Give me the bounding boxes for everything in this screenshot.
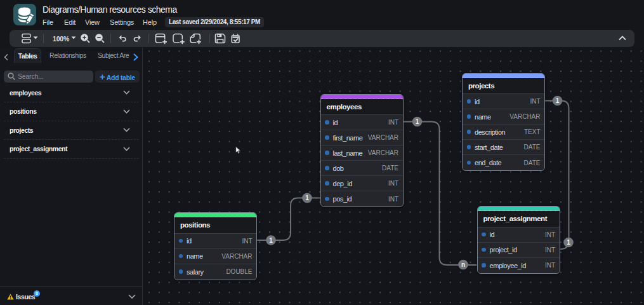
svg-text:1: 1	[556, 97, 560, 104]
svg-text:1: 1	[269, 237, 273, 244]
svg-text:1: 1	[567, 239, 570, 246]
svg-text:n: n	[461, 261, 465, 268]
svg-text:1: 1	[305, 194, 309, 201]
svg-text:1: 1	[416, 118, 419, 125]
